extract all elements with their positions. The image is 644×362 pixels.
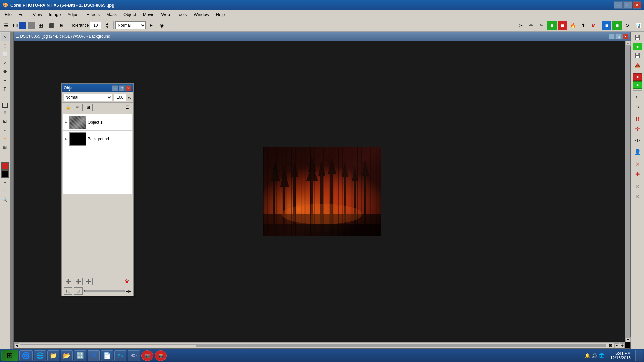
start-button[interactable]: ⊞ xyxy=(1,350,18,361)
right-gray-btn1[interactable]: ⊘ xyxy=(632,182,643,191)
right-x-btn[interactable]: ✕ xyxy=(632,159,643,169)
right-redo-btn[interactable]: ↪ xyxy=(632,102,643,111)
tool-fill[interactable]: ⬕ xyxy=(1,117,9,125)
layer-item[interactable]: ▶ Object 1 xyxy=(63,114,132,131)
menu-movie[interactable]: Movie xyxy=(140,11,158,18)
right-green-btn2[interactable]: ■ xyxy=(633,81,642,89)
right-undo-btn[interactable]: ↩ xyxy=(632,92,643,101)
panel-eye-btn[interactable]: 👁 xyxy=(74,104,83,111)
panel-lock-btn[interactable]: 🔒 xyxy=(64,104,72,111)
panel-duplicate-btn[interactable]: ➕ xyxy=(74,278,83,285)
tool-r5[interactable]: ■ xyxy=(558,21,567,30)
tool-effects2[interactable]: ▦ xyxy=(1,143,9,152)
tool-r4[interactable]: ■ xyxy=(547,21,557,30)
tool-brush[interactable]: ⬜ xyxy=(1,50,9,58)
right-plus-btn[interactable]: ✚ xyxy=(632,169,643,179)
right-r-btn[interactable]: R xyxy=(632,114,643,124)
vscroll-down-btn[interactable]: ▼ xyxy=(626,337,631,342)
right-cross-btn[interactable]: ✛ xyxy=(632,124,643,134)
panel-minimize-btn[interactable]: – xyxy=(112,85,118,91)
right-save2-btn[interactable]: 💾 xyxy=(632,51,643,60)
taskbar-app-folder[interactable]: 📂 xyxy=(61,350,73,361)
blend-arrow[interactable]: ▶ xyxy=(147,21,156,30)
panel-maximize-btn[interactable]: □ xyxy=(119,85,125,91)
menu-object[interactable]: Object xyxy=(120,11,140,18)
foreground-color[interactable] xyxy=(19,22,26,29)
tool-smear[interactable]: ∿ xyxy=(1,94,9,102)
tool-sharpen[interactable]: 🔸 xyxy=(1,135,9,143)
minimize-button[interactable]: – xyxy=(614,1,623,9)
tool-line[interactable]: ⟋ xyxy=(1,152,9,160)
document-titlebar[interactable]: 1. DSCF8065 .jpg (24-Bit RGB) @50% - Bac… xyxy=(14,32,630,41)
document-vscrollbar[interactable]: ▲ ▼ xyxy=(625,41,630,342)
taskbar-app-pdf[interactable]: 📄 xyxy=(101,350,113,361)
panel-merge-down-btn[interactable]: ↓⊞ xyxy=(64,287,72,295)
menu-file[interactable]: File xyxy=(1,11,15,18)
hscroll-track[interactable] xyxy=(20,344,606,347)
panel-merge-all-btn[interactable]: ⊞ xyxy=(74,287,83,295)
tool-r1[interactable]: ⊱ xyxy=(516,21,526,30)
tool-r12[interactable]: 📊 xyxy=(633,21,643,30)
maximize-button[interactable]: □ xyxy=(623,1,632,9)
layer-item-background[interactable]: ▶ Background ⊞ xyxy=(63,131,132,147)
right-red-btn1[interactable]: ■ xyxy=(633,73,642,81)
panel-options-btn[interactable]: ☰ xyxy=(123,104,131,111)
panel-paste-btn[interactable]: ➕ xyxy=(84,278,93,285)
tool-eyedropper[interactable]: ✒ xyxy=(1,76,9,84)
vscroll-track[interactable] xyxy=(626,46,630,337)
menu-edit[interactable]: Edit xyxy=(15,11,29,18)
panel-slider[interactable] xyxy=(84,290,125,292)
tolerance-up-btn[interactable]: ▲▼ xyxy=(102,21,112,30)
tool-lasso[interactable]: ⬟ xyxy=(1,68,9,76)
fill-type-btn1[interactable]: ▦ xyxy=(36,21,45,30)
tool-smudge[interactable]: ∿ xyxy=(1,187,9,195)
tool-r2[interactable]: ✏ xyxy=(527,21,536,30)
panel-merge-btn[interactable]: ⊞ xyxy=(84,104,93,111)
tool-r6[interactable]: 🔥 xyxy=(568,21,578,30)
doc-close-btn[interactable]: ✕ xyxy=(622,34,628,39)
hscroll-thumb[interactable] xyxy=(20,344,196,347)
doc-minimize-btn[interactable]: – xyxy=(609,34,615,39)
tool-select[interactable]: ↖ xyxy=(1,33,9,41)
menu-web[interactable]: Web xyxy=(158,11,173,18)
tool-clone[interactable]: ⊕ xyxy=(1,109,9,117)
menu-view[interactable]: View xyxy=(29,11,45,18)
taskbar-app-cam1[interactable]: 📷 xyxy=(141,350,153,361)
tool-paint[interactable]: ⌶ xyxy=(1,42,9,50)
tool-r7[interactable]: ⬆ xyxy=(579,21,588,30)
taskbar-app-calc[interactable]: 🔢 xyxy=(74,350,86,361)
right-export-btn[interactable]: 📤 xyxy=(632,61,643,70)
fill-color[interactable] xyxy=(28,22,35,29)
menu-effects[interactable]: Effects xyxy=(83,11,103,18)
tool-r10[interactable]: ■ xyxy=(612,21,622,30)
toolbar-options-btn[interactable]: ☰ xyxy=(1,21,11,30)
tool-zoom[interactable]: 🔍 xyxy=(1,196,9,204)
menu-mask[interactable]: Mask xyxy=(103,11,120,18)
right-gray-btn2[interactable]: ⊗ xyxy=(632,192,643,201)
taskbar-app-photoshop[interactable]: Ps xyxy=(114,350,126,361)
taskbar-app-word[interactable]: W xyxy=(88,350,100,361)
color-secondary[interactable] xyxy=(1,170,9,178)
taskbar-app-explorer[interactable]: 📁 xyxy=(47,350,59,361)
blend-mode-select[interactable]: Normal Multiply Screen Overlay xyxy=(115,21,146,29)
right-user-btn[interactable]: 👤 xyxy=(632,147,643,156)
menu-window[interactable]: Window xyxy=(190,11,212,18)
hscroll-left-btn[interactable]: ◄ xyxy=(14,343,19,348)
tray-notify-icon[interactable]: 🔔 xyxy=(585,353,590,358)
vscroll-up-btn[interactable]: ▲ xyxy=(626,41,631,46)
tolerance-input[interactable] xyxy=(90,22,101,29)
tool-rect[interactable] xyxy=(2,103,8,108)
panel-delete-btn[interactable]: 🗑 xyxy=(123,278,131,285)
fill-type-btn2[interactable]: ⬛ xyxy=(46,21,56,30)
menu-adjust[interactable]: Adjust xyxy=(64,11,83,18)
doc-maximize-btn[interactable]: □ xyxy=(615,34,622,39)
tool-r11[interactable]: ⟳ xyxy=(623,21,632,30)
right-save-btn[interactable]: 💾 xyxy=(632,33,643,42)
right-green-btn1[interactable]: ■ xyxy=(633,43,642,50)
right-eye-btn[interactable]: 👁 xyxy=(632,137,643,146)
circle-btn[interactable]: ◉ xyxy=(157,21,166,30)
show-desktop-btn[interactable] xyxy=(635,350,643,361)
panel-add-btn[interactable]: ➕ xyxy=(64,278,72,285)
fill-type-btn3[interactable]: ⊕ xyxy=(57,21,66,30)
panel-close-btn[interactable]: ✕ xyxy=(125,85,131,91)
